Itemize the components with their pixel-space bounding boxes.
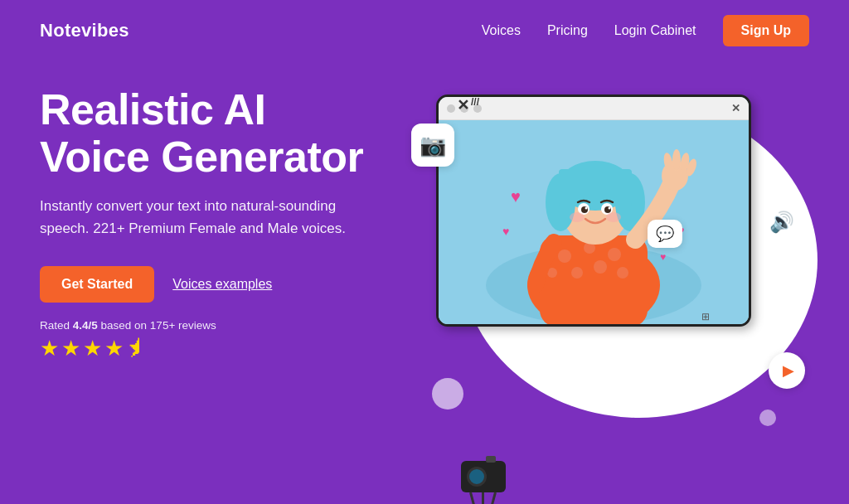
- rating-section: Rated 4.4/5 based on 175+ reviews ★ ★ ★ …: [40, 319, 378, 361]
- monitor-content: ♥ ♥ ♥ ♥ ⊞ 💬: [439, 120, 749, 324]
- star-2: ★: [61, 336, 80, 361]
- close-icon: ✕: [731, 102, 740, 114]
- svg-point-7: [594, 260, 607, 274]
- rating-value: 4.4/5: [73, 319, 98, 332]
- svg-text:♥: ♥: [511, 187, 521, 206]
- titlebar-dot-1: [447, 104, 455, 113]
- star-3: ★: [83, 336, 102, 361]
- camera-body: [461, 461, 506, 492]
- hero-subtitle: Instantly convert your text into natural…: [40, 196, 355, 240]
- svg-point-26: [672, 149, 681, 171]
- hero-left: Realistic AI Voice Generator Instantly c…: [40, 78, 378, 361]
- svg-point-9: [617, 267, 628, 279]
- svg-point-22: [570, 212, 585, 222]
- star-4: ★: [104, 336, 124, 361]
- monitor-frame: ✕: [436, 94, 751, 327]
- svg-text:⊞: ⊞: [701, 311, 710, 322]
- camera-tripod: [461, 461, 506, 492]
- hero-buttons: Get Started Voices examples: [40, 266, 378, 303]
- nav-pricing[interactable]: Pricing: [547, 23, 588, 38]
- circle-5: [785, 244, 797, 255]
- svg-point-23: [606, 212, 621, 222]
- nav-links: Voices Pricing Login Cabinet Sign Up: [482, 15, 809, 46]
- star-5: ⯨: [126, 336, 148, 361]
- svg-rect-15: [559, 169, 632, 206]
- play-button-icon: ▶: [769, 352, 805, 389]
- star-1: ★: [40, 336, 59, 361]
- svg-point-3: [558, 250, 571, 263]
- svg-point-21: [609, 207, 611, 210]
- hero-section: Realistic AI Voice Generator Instantly c…: [0, 61, 849, 459]
- camera-flash: [486, 456, 496, 463]
- get-started-button[interactable]: Get Started: [40, 266, 154, 303]
- svg-point-20: [585, 207, 588, 210]
- hero-illustration: ✕: [411, 78, 809, 459]
- camera-lens: [467, 467, 487, 487]
- rating-text: Rated 4.4/5 based on 175+ reviews: [40, 319, 378, 332]
- hero-title: Realistic AI Voice Generator: [40, 86, 378, 181]
- page-wrapper: Notevibes Voices Pricing Login Cabinet S…: [0, 0, 849, 504]
- svg-point-6: [571, 267, 583, 279]
- nav-voices[interactable]: Voices: [482, 23, 521, 38]
- nav-login[interactable]: Login Cabinet: [614, 23, 696, 38]
- navbar: Notevibes Voices Pricing Login Cabinet S…: [0, 0, 849, 61]
- x-marks-icon: ✕///: [457, 96, 479, 114]
- svg-point-5: [608, 248, 621, 261]
- signup-button[interactable]: Sign Up: [723, 15, 809, 46]
- character-illustration: ♥ ♥ ♥ ♥ ⊞: [461, 119, 726, 325]
- voices-examples-button[interactable]: Voices examples: [172, 277, 272, 292]
- camera-icon: 📷: [411, 124, 454, 167]
- tripod-leg-center: [482, 492, 484, 504]
- sound-waves-icon: 🔊: [769, 211, 794, 234]
- circle-4: [759, 410, 776, 426]
- svg-text:♥: ♥: [502, 225, 509, 238]
- chat-bubble-icon: 💬: [648, 220, 682, 248]
- monitor-titlebar: ✕: [439, 97, 749, 120]
- svg-text:♥: ♥: [660, 251, 666, 263]
- star-rating: ★ ★ ★ ★ ⯨: [40, 336, 378, 361]
- circle-3: [432, 378, 463, 410]
- brand-logo: Notevibes: [40, 20, 129, 41]
